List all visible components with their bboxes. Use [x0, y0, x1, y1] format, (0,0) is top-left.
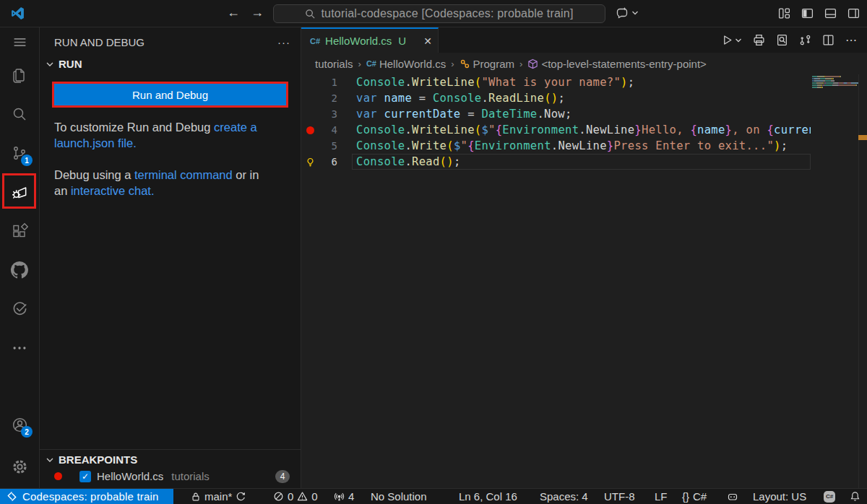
github-icon[interactable]: [0, 256, 39, 284]
problems-indicator[interactable]: 0 0: [273, 489, 318, 504]
cursor-position[interactable]: Ln 6, Col 16: [459, 489, 517, 504]
activity-bar: 1 2: [0, 27, 40, 488]
symbol-namespace-icon: [527, 58, 538, 69]
breadcrumb-file[interactable]: C# HelloWorld.cs: [366, 58, 446, 70]
breadcrumb-program[interactable]: Program: [460, 58, 515, 70]
settings-gear-icon[interactable]: [0, 452, 39, 481]
keyboard-layout-indicator[interactable]: Layout: US: [753, 489, 806, 504]
testing-icon[interactable]: [0, 295, 39, 323]
chevron-down-icon: [44, 454, 56, 466]
code-text: Console.Write($"{Environment.NewLine}Pre…: [337, 139, 788, 152]
command-center-text: tutorial-codespace [Codespaces: probable…: [321, 7, 573, 20]
bell-icon: [850, 491, 860, 502]
code-text: Console.WriteLine("What is your name?");: [337, 76, 634, 89]
more-views-icon[interactable]: [0, 334, 39, 362]
breakpoint-row[interactable]: ✓ HelloWorld.cs tutorials 4: [40, 467, 301, 485]
line-number[interactable]: 3: [319, 108, 337, 120]
run-section-header[interactable]: RUN: [40, 48, 301, 70]
breadcrumb-entry-point[interactable]: <top-level-statements-entry-point>: [527, 58, 706, 70]
branch-indicator[interactable]: main*: [191, 489, 246, 504]
errors-count: 0: [288, 490, 293, 503]
breakpoint-folder: tutorials: [171, 470, 210, 482]
solution-indicator[interactable]: No Solution: [371, 489, 427, 504]
code-line-6[interactable]: 6Console.Read();: [301, 154, 811, 170]
symbol-class-icon: [460, 58, 470, 69]
code-line-5[interactable]: 5Console.Write($"{Environment.NewLine}Pr…: [301, 138, 811, 154]
tab-helloworld[interactable]: C# HelloWorld.cs U ✕: [301, 27, 439, 53]
language-indicator[interactable]: {}C#: [682, 489, 707, 504]
run-button-highlight-box: Run and Debug: [52, 82, 288, 108]
minimap-line: [812, 82, 858, 84]
nav-forward-button[interactable]: →: [251, 5, 264, 20]
minimap-line: [812, 76, 858, 77]
minimap[interactable]: [811, 74, 858, 89]
source-control-icon[interactable]: 1: [0, 139, 39, 168]
encoding-indicator[interactable]: UTF-8: [604, 489, 635, 504]
run-and-debug-button[interactable]: Run and Debug: [54, 84, 286, 105]
extensions-icon[interactable]: [0, 217, 39, 246]
minimap-line: [812, 78, 858, 79]
code-text: var name = Console.ReadLine();: [337, 92, 565, 105]
code-line-3[interactable]: 3var currentDate = DateTime.Now;: [301, 106, 811, 122]
customize-text-plain: To customize Run and Debug: [54, 121, 214, 134]
breadcrumbs: tutorials › C# HelloWorld.cs › Program ›…: [301, 53, 867, 74]
search-icon: [305, 9, 316, 19]
lightbulb-glyph[interactable]: [301, 157, 319, 167]
interactive-chat-link[interactable]: interactive chat.: [71, 184, 155, 197]
split-editor-icon[interactable]: [822, 34, 834, 46]
search-icon[interactable]: [0, 100, 39, 129]
status-bar: Codespaces: probable train main* 0 0 4 N…: [0, 488, 867, 504]
debug-text-mid2: an: [54, 184, 71, 197]
line-number[interactable]: 4: [319, 124, 337, 136]
tab-modified-badge: U: [398, 35, 406, 47]
print-icon[interactable]: [753, 34, 765, 46]
sidebar-more-actions[interactable]: ···: [277, 36, 290, 48]
terminal-command-link[interactable]: terminal command: [134, 168, 233, 181]
remote-icon: [7, 491, 17, 502]
more-actions-icon[interactable]: ⋯: [845, 33, 857, 47]
code-line-1[interactable]: 1Console.WriteLine("What is your name?")…: [301, 74, 811, 90]
search-editor-icon[interactable]: [776, 34, 788, 46]
nav-back-button[interactable]: ←: [227, 5, 240, 20]
copilot-menu-button[interactable]: [615, 6, 639, 20]
remote-indicator[interactable]: Codespaces: probable train: [0, 489, 173, 504]
breakpoint-checkbox[interactable]: ✓: [79, 471, 91, 482]
code-line-4[interactable]: 4Console.WriteLine($"{Environment.NewLin…: [301, 122, 811, 138]
run-or-debug-button[interactable]: [721, 34, 742, 46]
tab-label: HelloWorld.cs: [325, 35, 392, 47]
sync-icon: [236, 491, 246, 502]
chevron-down-icon: [631, 9, 639, 17]
warnings-count: 0: [311, 490, 317, 503]
notifications-bell[interactable]: [850, 489, 860, 504]
toggle-secondary-sidebar-icon[interactable]: [847, 7, 860, 19]
indentation-indicator[interactable]: Spaces: 4: [540, 489, 588, 504]
code-line-2[interactable]: 2var name = Console.ReadLine();: [301, 90, 811, 106]
ports-indicator[interactable]: 4: [334, 489, 354, 504]
toggle-panel-icon[interactable]: [824, 7, 837, 19]
line-number[interactable]: 2: [319, 92, 337, 104]
csharp-devkit-status[interactable]: C#: [824, 489, 835, 504]
customize-layout-icon[interactable]: [778, 7, 790, 19]
explorer-icon[interactable]: [0, 61, 39, 90]
code-lines: 1Console.WriteLine("What is your name?")…: [301, 74, 811, 488]
breakpoint-dot-icon: [54, 472, 62, 480]
breakpoint-glyph[interactable]: [301, 126, 319, 134]
line-number[interactable]: 1: [319, 77, 337, 88]
overview-ruler[interactable]: [858, 74, 867, 488]
open-changes-icon[interactable]: [799, 34, 811, 46]
accounts-icon[interactable]: 2: [0, 410, 39, 439]
command-center-search[interactable]: tutorial-codespace [Codespaces: probable…: [273, 4, 605, 23]
toggle-primary-sidebar-icon[interactable]: [801, 7, 814, 19]
tab-close-icon[interactable]: ✕: [423, 35, 432, 47]
errors-icon: [273, 491, 284, 502]
debug-text-pre: Debug using a: [54, 168, 134, 181]
breadcrumb-tutorials[interactable]: tutorials: [315, 58, 353, 70]
copilot-status[interactable]: [727, 489, 738, 504]
breakpoints-section: BREAKPOINTS ✓ HelloWorld.cs tutorials 4: [40, 449, 301, 488]
line-number[interactable]: 5: [319, 140, 337, 152]
breakpoints-header[interactable]: BREAKPOINTS: [40, 452, 301, 467]
line-number[interactable]: 6: [319, 156, 337, 168]
menu-icon[interactable]: [0, 27, 39, 56]
eol-indicator[interactable]: LF: [655, 489, 668, 504]
code-editor[interactable]: 1Console.WriteLine("What is your name?")…: [301, 74, 867, 488]
